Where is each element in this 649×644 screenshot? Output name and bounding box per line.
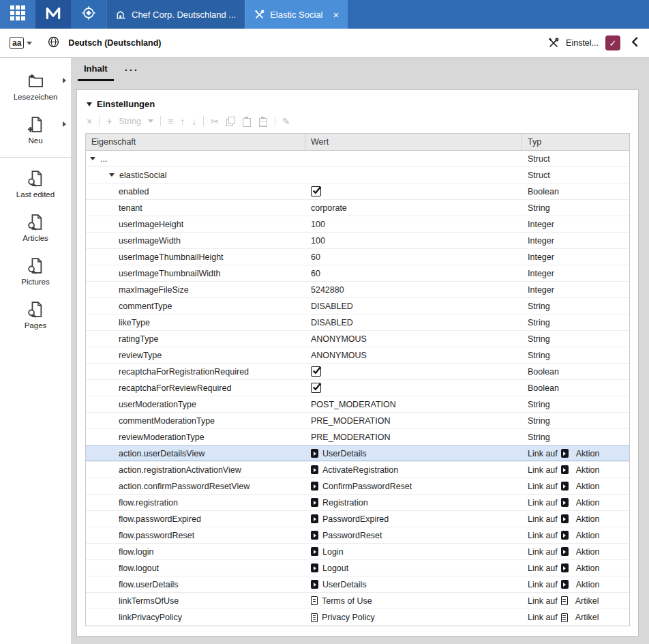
table-row[interactable]: flow.loginLoginLink aufAktion xyxy=(86,544,629,560)
property-type-cell: Struct xyxy=(522,167,629,183)
property-name-cell: likeType xyxy=(86,314,305,330)
table-row[interactable]: enabledBoolean xyxy=(86,184,629,200)
apps-grid-button[interactable] xyxy=(0,0,35,29)
property-value-cell xyxy=(305,380,522,396)
property-value-cell: ANONYMOUS xyxy=(305,331,522,347)
checkbox[interactable] xyxy=(311,366,321,377)
flyout-arrow-icon[interactable] xyxy=(63,78,66,83)
property-value: 60 xyxy=(311,269,320,278)
property-name: recaptchaForRegistrationRequired xyxy=(119,367,249,377)
property-name-cell: flow.registration xyxy=(86,495,305,510)
search-content-icon xyxy=(27,169,45,188)
edit-icon[interactable]: ✎ xyxy=(282,117,290,126)
table-row[interactable]: flow.passwordResetPasswordResetLink aufA… xyxy=(86,527,629,544)
tab-elastic-social[interactable]: Elastic Social × xyxy=(245,0,348,29)
table-row[interactable]: userModerationTypePOST_MODERATIONString xyxy=(86,396,629,413)
table-row[interactable]: reviewModerationTypePRE_MODERATIONString xyxy=(86,429,629,445)
table-row[interactable]: flow.registrationRegistrationLink aufAkt… xyxy=(86,495,629,511)
property-value: DISABLED xyxy=(311,318,353,327)
table-row[interactable]: linkTermsOfUseTerms of UseLink aufArtike… xyxy=(86,593,629,609)
cut-icon[interactable]: ✂ xyxy=(211,117,219,126)
collapse-panel-button[interactable] xyxy=(631,36,639,50)
settings-panel: Einstellungen ×+String≡↑↓✂✎ EigenschaftW… xyxy=(76,89,639,636)
type-link: Link aufAktion xyxy=(528,564,600,573)
table-row[interactable]: userImageThumbnailWidth60Integer xyxy=(86,265,629,282)
property-value: ANONYMOUS xyxy=(311,351,367,360)
table-row[interactable]: reviewTypeANONYMOUSString xyxy=(86,347,629,364)
table-row[interactable]: action.registrationActivationViewActivat… xyxy=(86,462,629,478)
table-row[interactable]: ...Struct xyxy=(86,151,629,167)
property-value: Registration xyxy=(322,498,368,508)
property-name: reviewModerationType xyxy=(119,433,205,442)
sidebar-item-pictures[interactable]: Pictures xyxy=(0,250,71,293)
property-value-cell: Terms of Use xyxy=(305,593,522,609)
table-row[interactable]: likeTypeDISABLEDString xyxy=(86,314,629,331)
move-up-icon[interactable]: ↑ xyxy=(180,117,185,126)
section-header-einstellungen[interactable]: Einstellungen xyxy=(85,96,630,115)
table-row[interactable]: action.userDetailsViewUserDetailsLink au… xyxy=(86,445,629,462)
toolbar-separator xyxy=(275,116,275,126)
table-row[interactable]: maxImageFileSize5242880Integer xyxy=(86,282,629,298)
list-icon[interactable]: ≡ xyxy=(168,117,173,126)
table-row[interactable]: commentTypeDISABLEDString xyxy=(86,298,629,314)
paste-icon[interactable] xyxy=(242,116,252,126)
column-header-eigenschaft[interactable]: Eigenschaft xyxy=(86,134,305,150)
property-type: Aktion xyxy=(576,482,600,491)
validation-status-button[interactable]: ✓ xyxy=(605,35,620,50)
table-row[interactable]: tenantcorporateString xyxy=(86,200,629,216)
table-row[interactable]: flow.userDetailsUserDetailsLink aufAktio… xyxy=(86,576,629,593)
article-icon xyxy=(561,596,568,605)
table-row[interactable]: ratingTypeANONYMOUSString xyxy=(86,331,629,347)
table-row[interactable]: elasticSocialStruct xyxy=(86,167,629,184)
dashboard-button[interactable] xyxy=(71,0,106,29)
copy-icon[interactable] xyxy=(226,116,235,126)
property-type-cell: String xyxy=(522,413,629,428)
property-name-cell: recaptchaForRegistrationRequired xyxy=(86,364,305,379)
move-down-icon[interactable]: ↓ xyxy=(192,117,196,126)
sidebar-item-lesezeichen[interactable]: Lesezeichen xyxy=(0,65,71,108)
open-document-label[interactable]: Einstel... xyxy=(566,38,599,48)
search-content-icon xyxy=(27,213,45,231)
table-row[interactable]: userImageWidth100Integer xyxy=(86,233,629,249)
add-icon[interactable]: + xyxy=(106,117,112,126)
sidebar-item-articles[interactable]: Articles xyxy=(0,206,71,250)
flyout-arrow-icon[interactable] xyxy=(63,121,66,127)
tab-inhalt[interactable]: Inhalt xyxy=(78,58,114,81)
type-link: Link aufAktion xyxy=(528,547,600,557)
property-name-cell: ratingType xyxy=(86,331,305,347)
paste-alt-icon[interactable] xyxy=(258,116,268,126)
row-expander-icon[interactable] xyxy=(90,157,95,160)
table-row[interactable]: flow.passwordExpiredPasswordExpiredLink … xyxy=(86,511,629,527)
close-icon[interactable]: × xyxy=(333,10,339,20)
table-row[interactable]: recaptchaForRegistrationRequiredBoolean xyxy=(86,364,629,380)
table-row[interactable]: recaptchaForReviewRequiredBoolean xyxy=(86,380,629,396)
table-row[interactable]: userImageHeight100Integer xyxy=(86,216,629,233)
property-type: Aktion xyxy=(576,547,600,557)
chevron-down-icon[interactable] xyxy=(148,119,153,123)
property-type-cell: Integer xyxy=(522,233,629,248)
app-logo[interactable] xyxy=(35,0,71,29)
link-prefix: Link auf xyxy=(528,596,558,606)
table-row[interactable]: commentModerationTypePRE_MODERATIONStrin… xyxy=(86,413,629,429)
property-value: 60 xyxy=(311,252,320,262)
column-header-wert[interactable]: Wert xyxy=(305,134,522,150)
table-row[interactable]: flow.logoutLogoutLink aufAktion xyxy=(86,560,629,576)
property-value-cell: Login xyxy=(305,544,522,559)
checkbox[interactable] xyxy=(311,186,321,196)
tab-chef-corp-deutschland[interactable]: Chef Corp. Deutschland ... xyxy=(106,0,245,29)
sidebar-item-neu[interactable]: Neu xyxy=(0,108,71,152)
row-expander-icon[interactable] xyxy=(109,173,115,177)
sidebar-item-pages[interactable]: Pages xyxy=(0,293,71,337)
text-style-button[interactable]: aa xyxy=(10,37,32,49)
sidebar-item-label: Articles xyxy=(22,234,48,242)
table-row[interactable]: action.confirmPasswordResetViewConfirmPa… xyxy=(86,478,629,495)
table-row[interactable]: linkPrivacyPolicyPrivacy PolicyLink aufA… xyxy=(86,609,629,626)
locale-button[interactable] xyxy=(47,35,60,51)
sidebar-item-last-edited[interactable]: Last edited xyxy=(0,162,71,206)
more-tabs-button[interactable]: ··· xyxy=(125,58,139,81)
checkbox[interactable] xyxy=(311,383,321,393)
table-row[interactable]: userImageThumbnailHeight60Integer xyxy=(86,249,629,265)
delete-icon[interactable]: × xyxy=(87,117,92,126)
property-name-cell: elasticSocial xyxy=(86,167,305,183)
column-header-typ[interactable]: Typ xyxy=(522,134,629,150)
